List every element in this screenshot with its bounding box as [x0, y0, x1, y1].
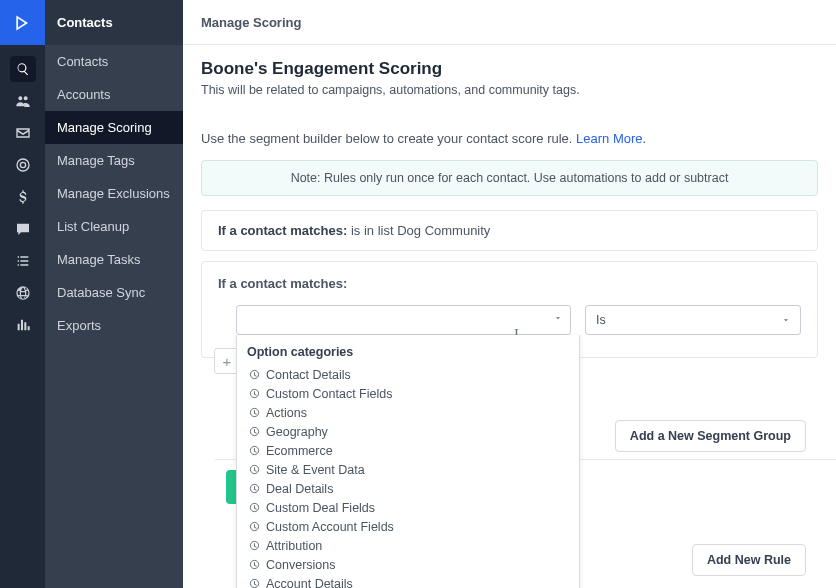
category-icon — [249, 445, 260, 456]
deals-nav-icon[interactable] — [0, 181, 45, 213]
dropdown-category-item[interactable]: Geography — [237, 422, 579, 441]
bar-chart-icon — [15, 317, 31, 333]
mail-icon — [15, 125, 31, 141]
builder-label: If a contact matches: — [218, 276, 801, 291]
sidebar: Contacts Contacts Accounts Manage Scorin… — [45, 0, 183, 588]
segment-builder: If a contact matches: Option categories … — [201, 261, 818, 358]
chevron-down-icon — [781, 315, 791, 325]
main-pane: Manage Scoring Boone's Engagement Scorin… — [183, 0, 836, 588]
dropdown-category-item[interactable]: Site & Event Data — [237, 460, 579, 479]
dropdown-category-item[interactable]: Account Details — [237, 574, 579, 588]
chat-icon — [15, 221, 31, 237]
category-icon — [249, 578, 260, 588]
page-subtitle: This will be related to campaigns, autom… — [201, 83, 818, 97]
category-icon — [249, 521, 260, 532]
automations-nav-icon[interactable] — [0, 149, 45, 181]
category-icon — [249, 407, 260, 418]
icon-rail — [0, 0, 45, 588]
sidebar-item-manage-scoring[interactable]: Manage Scoring — [45, 111, 183, 144]
topbar: Manage Scoring — [183, 0, 836, 45]
dollar-icon — [15, 189, 31, 205]
dropdown-category-item[interactable]: Contact Details — [237, 365, 579, 384]
sidebar-item-manage-tags[interactable]: Manage Tags — [45, 144, 183, 177]
conversations-nav-icon[interactable] — [0, 213, 45, 245]
category-icon — [249, 559, 260, 570]
search-icon — [16, 62, 30, 76]
reports-nav-icon[interactable] — [0, 309, 45, 341]
campaigns-nav-icon[interactable] — [0, 117, 45, 149]
sidebar-item-accounts[interactable]: Accounts — [45, 78, 183, 111]
dropdown-category-item[interactable]: Deal Details — [237, 479, 579, 498]
category-icon — [249, 540, 260, 551]
sidebar-header: Contacts — [45, 0, 183, 45]
dropdown-category-item[interactable]: Conversions — [237, 555, 579, 574]
dropdown-category-item[interactable]: Attribution — [237, 536, 579, 555]
contacts-nav-icon[interactable] — [0, 85, 45, 117]
category-icon — [249, 464, 260, 475]
app-logo[interactable] — [0, 0, 45, 45]
target-icon — [15, 157, 31, 173]
globe-icon — [15, 285, 31, 301]
dropdown-category-item[interactable]: Custom Deal Fields — [237, 498, 579, 517]
category-icon — [249, 502, 260, 513]
logo-icon — [13, 13, 33, 33]
condition-field-input[interactable] — [236, 305, 571, 335]
dropdown-categories-title: Option categories — [237, 335, 579, 365]
sidebar-item-database-sync[interactable]: Database Sync — [45, 276, 183, 309]
builder-hint: Use the segment builder below to create … — [201, 131, 818, 146]
topbar-title: Manage Scoring — [201, 15, 301, 30]
existing-rule-summary: If a contact matches: is in list Dog Com… — [201, 210, 818, 251]
search-button[interactable] — [0, 53, 45, 85]
lists-nav-icon[interactable] — [0, 245, 45, 277]
condition-dropdown: Option categories Contact DetailsCustom … — [236, 335, 580, 588]
category-icon — [249, 426, 260, 437]
operator-value: Is — [596, 313, 606, 327]
sidebar-item-manage-exclusions[interactable]: Manage Exclusions — [45, 177, 183, 210]
list-icon — [15, 253, 31, 269]
operator-select[interactable]: Is — [585, 305, 801, 335]
page-title: Boone's Engagement Scoring — [201, 59, 818, 79]
learn-more-link[interactable]: Learn More — [576, 131, 642, 146]
dropdown-category-item[interactable]: Custom Contact Fields — [237, 384, 579, 403]
sidebar-item-manage-tasks[interactable]: Manage Tasks — [45, 243, 183, 276]
category-icon — [249, 388, 260, 399]
note-banner: Note: Rules only run once for each conta… — [201, 160, 818, 196]
people-icon — [15, 93, 31, 109]
category-icon — [249, 483, 260, 494]
content: Boone's Engagement Scoring This will be … — [183, 45, 836, 588]
site-nav-icon[interactable] — [0, 277, 45, 309]
add-segment-group-button[interactable]: Add a New Segment Group — [615, 420, 806, 452]
dropdown-category-item[interactable]: Actions — [237, 403, 579, 422]
sidebar-item-exports[interactable]: Exports — [45, 309, 183, 342]
add-new-rule-button[interactable]: Add New Rule — [692, 544, 806, 576]
sidebar-item-contacts[interactable]: Contacts — [45, 45, 183, 78]
dropdown-category-item[interactable]: Ecommerce — [237, 441, 579, 460]
dropdown-category-item[interactable]: Custom Account Fields — [237, 517, 579, 536]
category-icon — [249, 369, 260, 380]
sidebar-item-list-cleanup[interactable]: List Cleanup — [45, 210, 183, 243]
condition-field-combo[interactable]: Option categories Contact DetailsCustom … — [236, 305, 571, 335]
